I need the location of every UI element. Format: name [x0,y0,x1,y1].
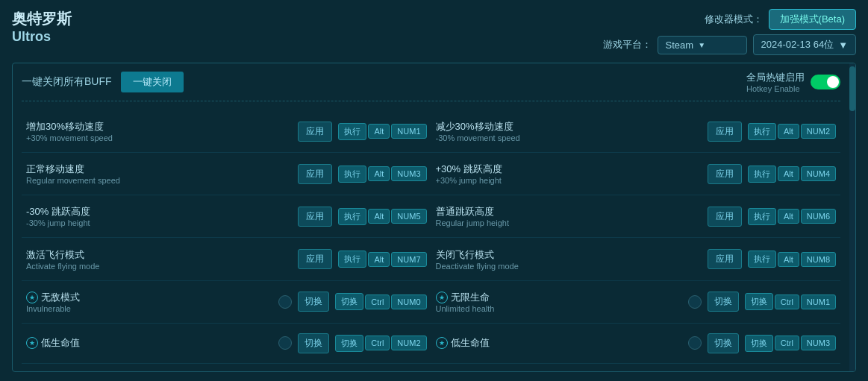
key-tag: 执行 [748,208,776,225]
toggle-button[interactable]: 切换 [708,333,739,353]
key-tag: Alt [368,252,390,267]
item-info: 增加30%移动速度 +30% movement speed [26,120,292,142]
hotkey-group: 切换CtrlNUM1 [745,293,836,310]
list-item: 普通跳跃高度 Regular jump height 应用 执行AltNUM6 [431,195,841,238]
item-name-cn: 低生命值 [41,336,80,350]
item-name-cn: 低生命值 [451,336,490,350]
item-name-cn: 正常移动速度 [26,163,84,176]
item-with-icon: 减少30%移动速度 [436,120,702,133]
hotkey-group: 执行AltNUM5 [338,208,426,225]
item-name-cn: 增加30%移动速度 [26,120,104,133]
key-tag: 切换 [335,335,363,352]
item-name-en: Invulnerable [26,304,272,313]
key-tag: 执行 [338,208,366,225]
item-info: -30% 跳跃高度 -30% jump height [26,205,292,227]
toggle-button[interactable]: 切换 [298,333,329,353]
item-name-en: -30% movement speed [436,133,702,142]
key-tag: 切换 [745,335,773,352]
main-content: 一键关闭所有BUFF 一键关闭 全局热键启用 Hotkey Enable [12,63,856,372]
key-tag: NUM3 [801,336,836,350]
item-name-en: Regular movement speed [26,176,292,185]
list-item: ★ 无限生命 Unlimited health 切换 切换CtrlNUM1 [431,281,841,324]
item-name-en: -30% jump height [26,218,292,227]
key-tag: NUM2 [391,336,426,350]
hotkey-toggle[interactable] [811,75,840,89]
key-tag: 执行 [748,123,776,140]
star-icon: ★ [26,292,38,303]
mode-button[interactable]: 加强模式(Beta) [769,9,856,30]
left-controls: 一键关闭所有BUFF 一键关闭 [22,72,184,92]
apply-button[interactable]: 应用 [298,164,332,184]
item-name-cn: 激活飞行模式 [26,248,84,262]
apply-button[interactable]: 应用 [708,122,742,142]
key-tag: 切换 [745,293,773,310]
apply-button[interactable]: 应用 [298,207,332,227]
item-name-cn: 无敌模式 [41,291,80,304]
item-info: ★ 无敌模式 Invulnerable [26,291,272,313]
apply-button[interactable]: 应用 [708,164,742,184]
item-name-cn: 普通跳跃高度 [436,205,494,218]
title-cn: 奥特罗斯 [12,9,72,29]
star-icon: ★ [26,337,38,349]
toggle-state[interactable] [278,295,292,309]
toggle-state[interactable] [278,336,292,350]
item-with-icon: ★ 无敌模式 [26,291,272,304]
chevron-down-icon: ▼ [838,40,848,51]
toggle-state[interactable] [688,295,702,309]
key-tag: Alt [778,166,799,181]
scrollbar[interactable] [849,63,855,371]
content-area: 一键关闭所有BUFF 一键关闭 全局热键启用 Hotkey Enable [13,63,849,371]
key-tag: Alt [368,124,390,139]
platform-row: 游戏平台： Steam ▼ 2024-02-13 64位 ▼ [603,34,856,55]
key-tag: Ctrl [775,295,799,309]
item-info: ★ 低生命值 [436,336,682,350]
hotkey-labels: 全局热键启用 Hotkey Enable [746,71,805,93]
hotkey-group: 切换CtrlNUM3 [745,335,836,352]
hotkey-group: 执行AltNUM6 [748,208,836,225]
header: 奥特罗斯 Ultros 修改器模式： 加强模式(Beta) 游戏平台： Stea… [12,9,856,55]
title-en: Ultros [12,29,72,45]
item-name-en: +30% movement speed [26,133,292,142]
key-tag: NUM3 [391,166,426,181]
item-info: 关闭飞行模式 Deactivate flying mode [436,248,702,271]
mode-row: 修改器模式： 加强模式(Beta) [705,9,856,30]
platform-select[interactable]: Steam ▼ [658,36,747,54]
list-item: ★ 低生命值 切换 切换CtrlNUM3 [431,324,841,364]
key-tag: NUM1 [391,124,426,139]
item-with-icon: ★ 低生命值 [26,336,272,350]
key-tag: Alt [368,166,390,181]
list-item: 增加30%移动速度 +30% movement speed 应用 执行AltNU… [22,110,431,153]
scrollbar-thumb[interactable] [849,66,855,111]
toggle-state[interactable] [688,336,702,350]
star-icon: ★ [436,292,448,303]
toggle-button[interactable]: 切换 [298,292,329,312]
list-item: +30% 跳跃高度 +30% jump height 应用 执行AltNUM4 [431,153,841,195]
apply-button[interactable]: 应用 [708,249,742,269]
item-name-en: +30% jump height [436,176,702,185]
hotkey-group: 切换CtrlNUM0 [335,293,426,310]
hotkey-group: 执行AltNUM8 [748,251,836,268]
mode-label: 修改器模式： [705,13,763,26]
apply-button[interactable]: 应用 [708,207,742,227]
list-item: 减少30%移动速度 -30% movement speed 应用 执行AltNU… [431,110,841,153]
apply-button[interactable]: 应用 [298,249,332,269]
hotkey-label-en: Hotkey Enable [746,84,805,93]
close-all-label: 一键关闭所有BUFF [22,75,112,89]
item-info: 正常移动速度 Regular movement speed [26,163,292,185]
date-select[interactable]: 2024-02-13 64位 ▼ [753,34,856,55]
close-all-button[interactable]: 一键关闭 [121,72,184,92]
list-item: ★ 无敌模式 Invulnerable 切换 切换CtrlNUM0 [22,281,431,324]
item-with-icon: -30% 跳跃高度 [26,205,292,218]
item-with-icon: 关闭飞行模式 [436,248,702,262]
item-info: 激活飞行模式 Activate flying mode [26,248,292,271]
key-tag: NUM6 [801,209,836,224]
item-with-icon: 激活飞行模式 [26,248,292,262]
item-with-icon: 增加30%移动速度 [26,120,292,133]
list-item: 关闭飞行模式 Deactivate flying mode 应用 执行AltNU… [431,238,841,280]
hotkey-section: 全局热键启用 Hotkey Enable [746,71,840,93]
hotkey-group: 切换CtrlNUM2 [335,335,426,352]
key-tag: NUM1 [801,295,836,309]
key-tag: 执行 [338,123,366,140]
apply-button[interactable]: 应用 [298,122,332,142]
toggle-button[interactable]: 切换 [708,292,739,312]
